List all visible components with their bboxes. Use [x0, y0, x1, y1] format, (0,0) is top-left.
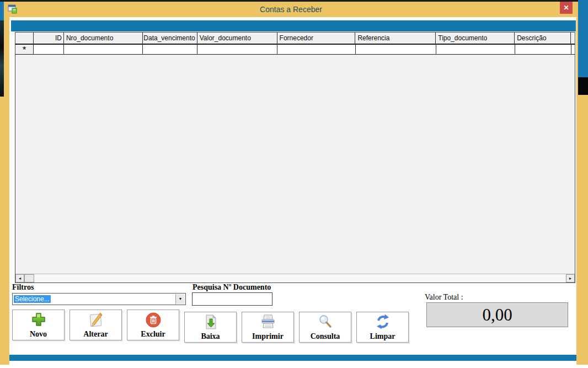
valor-total-display: 0,00: [426, 302, 568, 327]
button-label: Baixa: [201, 332, 220, 341]
chevron-down-icon[interactable]: ▼: [175, 294, 185, 304]
contas-grid: ID Nro_documento Data_vencimento Valor_d…: [15, 32, 575, 283]
scroll-thumb[interactable]: [24, 274, 34, 282]
desktop-left-blue: [0, 0, 4, 20]
button-label: Limpar: [370, 332, 395, 341]
desktop-right-blue: [578, 0, 588, 77]
column-header-descricao[interactable]: Descrição: [515, 33, 571, 44]
grid-new-row: *: [15, 45, 575, 55]
bottom-blue-bar: [9, 355, 576, 361]
column-header-data-vencimento[interactable]: Data_vencimento: [143, 33, 197, 44]
scroll-left-button[interactable]: ◄: [15, 274, 24, 282]
button-label: Imprimir: [252, 332, 284, 341]
search-icon: [300, 313, 351, 331]
refresh-icon: [357, 313, 408, 331]
button-label: Novo: [30, 330, 47, 339]
desktop-right-gold: [578, 95, 588, 365]
new-row-filler: [571, 45, 575, 54]
column-header-tipo-documento[interactable]: Tipo_documento: [436, 33, 515, 44]
new-row-cell-nro-documento[interactable]: [64, 45, 143, 54]
contas-a-receber-window: Contas a Receber ✕ ID Nro_documento Data…: [4, 2, 578, 365]
combobox-selected-value: Selecione...: [14, 295, 51, 303]
trash-icon: [127, 311, 179, 329]
scroll-right-button[interactable]: ►: [566, 274, 575, 282]
desktop-left-sliver: [0, 0, 4, 368]
pencil-icon: [70, 311, 121, 329]
printer-icon: [242, 313, 293, 331]
button-label: Excluir: [141, 330, 165, 339]
column-header-fornecedor[interactable]: Fornecedor: [277, 33, 356, 44]
column-header-referencia[interactable]: Referencia: [355, 33, 436, 44]
top-blue-bar: [11, 20, 576, 31]
column-header-selector[interactable]: [15, 33, 34, 44]
column-header-nro-documento[interactable]: Nro_documento: [64, 33, 143, 44]
novo-button[interactable]: Novo: [12, 310, 65, 340]
titlebar[interactable]: Contas a Receber ✕: [4, 2, 578, 17]
grid-empty-body: [15, 55, 575, 274]
consulta-button[interactable]: Consulta: [299, 312, 351, 343]
column-header-filler: [571, 33, 575, 44]
plus-icon: [13, 311, 64, 329]
limpar-button[interactable]: Limpar: [356, 312, 409, 343]
pesquisa-documento-input[interactable]: [192, 292, 272, 306]
grid-horizontal-scrollbar[interactable]: ◄ ►: [15, 274, 575, 282]
column-header-valor-documento[interactable]: Valor_documento: [197, 33, 277, 44]
button-label: Consulta: [311, 332, 340, 341]
close-button[interactable]: ✕: [560, 2, 573, 14]
desktop-left-gold: [0, 97, 4, 365]
screen: Contas a Receber ✕ ID Nro_documento Data…: [0, 0, 588, 368]
button-label: Alterar: [83, 330, 108, 339]
pesquisa-label: Pesquisa Nº Documento: [193, 283, 271, 292]
alterar-button[interactable]: Alterar: [70, 310, 122, 340]
client-area: ID Nro_documento Data_vencimento Valor_d…: [9, 17, 576, 365]
new-row-selector[interactable]: *: [15, 45, 34, 54]
new-row-cell-referencia[interactable]: [356, 45, 436, 54]
desktop-left-wallpaper: [0, 20, 4, 97]
new-row-cell-fornecedor[interactable]: [277, 45, 356, 54]
download-icon: [185, 313, 236, 331]
desktop-right-black: [578, 77, 588, 95]
filtros-combobox[interactable]: Selecione... ▼: [12, 293, 186, 305]
new-row-cell-descricao[interactable]: [515, 45, 571, 54]
scroll-track[interactable]: [34, 274, 566, 282]
baixa-button[interactable]: Baixa: [184, 312, 237, 343]
imprimir-button[interactable]: Imprimir: [242, 312, 294, 343]
excluir-button[interactable]: Excluir: [127, 310, 179, 340]
new-row-cell-data-vencimento[interactable]: [143, 45, 197, 54]
grid-header-row: ID Nro_documento Data_vencimento Valor_d…: [15, 32, 575, 45]
column-header-id[interactable]: ID: [34, 33, 64, 44]
desktop-right-sliver: [578, 0, 588, 368]
new-row-cell-tipo-documento[interactable]: [436, 45, 515, 54]
new-row-cell-valor-documento[interactable]: [197, 45, 277, 54]
valor-total-label: Valor Total :: [425, 293, 463, 302]
new-row-cell-id[interactable]: [34, 45, 64, 54]
window-title: Contas a Receber: [4, 5, 578, 14]
filtros-label: Filtros: [12, 283, 34, 292]
